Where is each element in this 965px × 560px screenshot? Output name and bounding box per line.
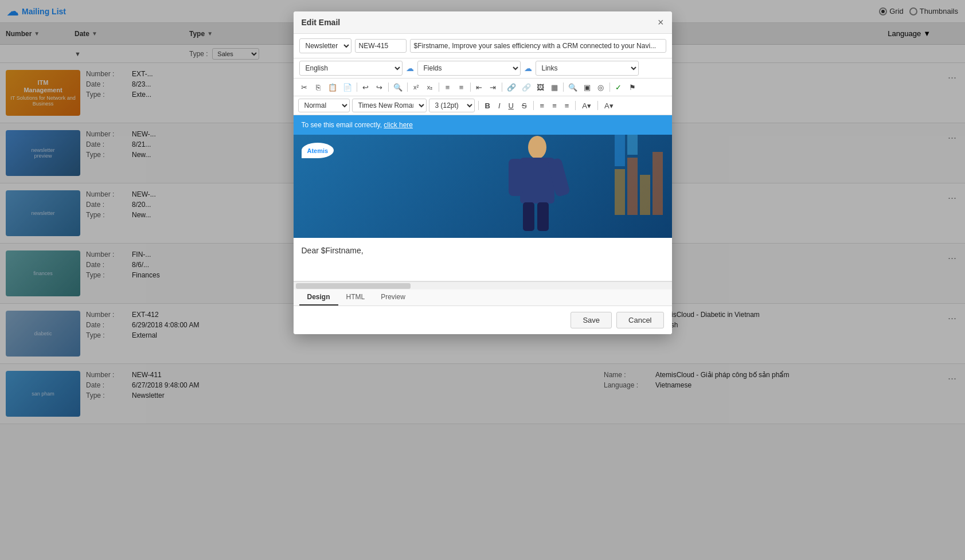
align-left-button[interactable]: ≡ [537,99,548,112]
flag-button[interactable]: ⚑ [626,81,639,93]
toolbar-sep-7 [563,83,564,92]
email-preview: To see this email correctly, click here [294,115,672,263]
svg-rect-5 [627,135,638,155]
size-select[interactable]: 3 (12pt) 2 (10pt) 4 (14pt) [429,99,475,112]
toolbar-sep-4 [439,83,439,92]
email-body: Dear $Firstname, [294,238,672,263]
toolbar-sep-3 [407,83,408,92]
tab-preview[interactable]: Preview [373,289,413,306]
svg-rect-4 [615,135,625,166]
toolbar-sep-5 [470,83,471,92]
svg-rect-1 [627,158,638,215]
toolbar-sep-8 [610,83,610,92]
modal-header: Edit Email × [294,11,672,34]
svg-rect-14 [537,202,549,231]
modal-footer: Save Cancel [294,306,672,334]
find-button[interactable]: 🔍 [391,81,405,93]
modal-tabs: Design HTML Preview [294,289,672,306]
save-button[interactable]: Save [571,312,612,328]
align-center-button[interactable]: ≡ [549,99,560,112]
redo-button[interactable]: ↪ [373,81,386,93]
cancel-button[interactable]: Cancel [616,312,663,328]
undo-button[interactable]: ↩ [360,81,372,93]
modal-controls-row2: English French Vietnamese ☁ Fields ☁ Lin… [294,58,672,79]
links-select[interactable]: Links [536,61,639,76]
modal-controls-row1: Newsletter External Finances [294,34,672,58]
email-language-select[interactable]: English French Vietnamese [299,61,403,76]
tab-design[interactable]: Design [299,289,338,306]
hero-logo: Atemis [302,143,334,158]
links-cloud-icon: ☁ [524,64,532,73]
copy-button[interactable]: ⎘ [312,81,325,93]
toolbar-sep-6 [502,83,502,92]
email-content-scroll[interactable]: To see this email correctly, click here [294,115,672,281]
insert-image-button[interactable]: 🖼 [534,81,547,93]
hero-person [483,135,597,238]
editor-toolbar: ✂ ⎘ 📋 📄 ↩ ↪ 🔍 x² x₂ ≡ ≡ ⇤ ⇥ 🔗 🔗 🖼 ▦ 🔍 [294,79,672,96]
svg-rect-2 [640,175,650,215]
modal-title: Edit Email [302,18,341,27]
tab-html[interactable]: HTML [338,289,373,306]
horizontal-scrollbar[interactable] [294,281,672,289]
text-color-button[interactable]: A▾ [601,99,616,112]
toolbar-sep-2 [388,83,389,92]
check-button[interactable]: ✓ [612,81,625,93]
block-button[interactable]: ▣ [581,81,593,93]
insert-table-button[interactable]: ▦ [548,81,561,93]
email-subject-input[interactable] [410,39,666,53]
fields-select[interactable]: Fields [417,61,521,76]
ordered-list-button[interactable]: ≡ [442,81,454,93]
subscript-button[interactable]: x₂ [424,81,436,93]
align-right-button[interactable]: ≡ [562,99,572,112]
email-greeting: Dear $Firstname, [302,246,664,255]
person-svg [506,135,575,238]
modal-overlay: Edit Email × Newsletter External Finance… [0,0,965,560]
click-here-link[interactable]: click here [384,121,413,129]
format-sep-1 [478,101,479,110]
format-sep-4 [597,101,598,110]
svg-rect-11 [509,159,523,196]
remove-link-button[interactable]: 🔗 [519,81,533,93]
modal-content-area: To see this email correctly, click here [294,115,672,289]
format-sep-3 [575,101,576,110]
paste-button[interactable]: 📋 [326,81,339,93]
italic-button[interactable]: I [495,99,503,112]
format-toolbar: Normal Heading 1 Heading 2 Times New Rom… [294,96,672,115]
underline-button[interactable]: U [506,99,517,112]
hscroll-thumb [296,283,411,289]
bold-button[interactable]: B [482,99,493,112]
svg-rect-13 [523,202,534,231]
svg-rect-3 [653,152,663,215]
indent-decrease-button[interactable]: ⇤ [473,81,486,93]
font-select[interactable]: Times New Roman Arial Verdana [352,99,427,112]
indent-increase-button[interactable]: ⇥ [487,81,499,93]
toolbar-sep-1 [357,83,357,92]
superscript-button[interactable]: x² [410,81,423,93]
highlight-button[interactable]: A▾ [579,99,594,112]
modal-close-button[interactable]: × [658,17,664,28]
insert-link-button[interactable]: 🔗 [505,81,518,93]
svg-rect-0 [615,169,625,215]
email-number-input[interactable] [355,39,407,53]
source-button[interactable]: ◎ [595,81,607,93]
email-type-select[interactable]: Newsletter External Finances [299,38,351,53]
edit-email-modal: Edit Email × Newsletter External Finance… [294,11,672,334]
email-header-bar: To see this email correctly, click here [294,115,672,135]
strikethrough-button[interactable]: S [519,99,530,112]
paste-special-button[interactable]: 📄 [341,81,354,93]
svg-point-9 [528,136,546,159]
email-hero-image: Atemis [294,135,672,238]
style-select[interactable]: Normal Heading 1 Heading 2 [298,99,350,112]
cut-button[interactable]: ✂ [298,81,311,93]
zoom-out-button[interactable]: 🔍 [566,81,580,93]
fields-cloud-icon: ☁ [406,64,414,73]
format-sep-2 [533,101,534,110]
unordered-list-button[interactable]: ≡ [455,81,468,93]
